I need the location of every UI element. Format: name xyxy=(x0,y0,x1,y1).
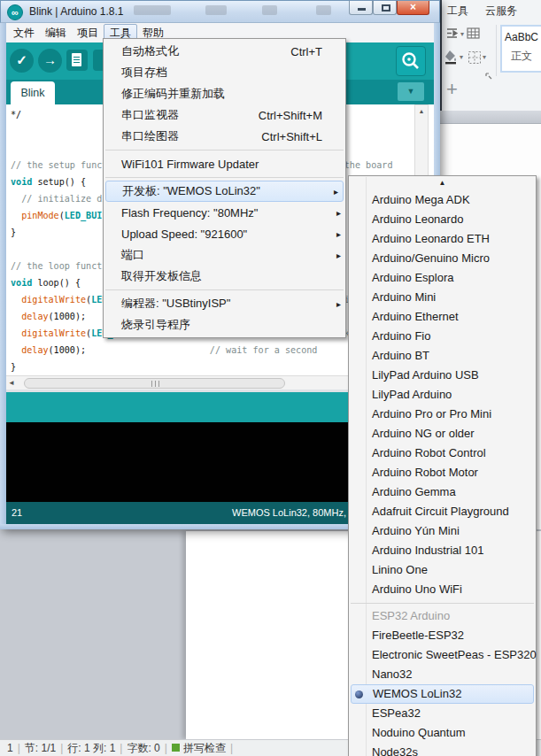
board-menu-item[interactable]: Arduino Ethernet xyxy=(349,307,536,327)
doc-status-segment: 行: 1 列: 1 xyxy=(63,741,120,756)
maximize-button[interactable] xyxy=(373,1,397,15)
board-menu-item[interactable]: Node32s xyxy=(349,743,536,756)
window-title: Blink | Arduino 1.8.1 xyxy=(29,5,124,18)
style-preview[interactable]: AaBbC 正文 xyxy=(500,25,541,73)
ribbon-tab-cloud[interactable]: 云服务 xyxy=(485,4,517,19)
board-menu-item[interactable]: Arduino BT xyxy=(349,346,536,366)
tools-menu-item[interactable]: 取得开发板信息 xyxy=(104,266,345,287)
table-icon[interactable] xyxy=(467,27,481,43)
menu-item-label: 串口绘图器 xyxy=(121,128,179,144)
menubar-item[interactable]: 编辑 xyxy=(40,24,72,42)
board-name-label: Arduino Industrial 101 xyxy=(372,544,483,557)
board-menu-item[interactable]: Arduino Yún Mini xyxy=(349,521,536,541)
upload-button[interactable]: → xyxy=(38,49,62,73)
tools-menu-item[interactable]: 串口监视器Ctrl+Shift+M xyxy=(104,104,345,126)
minimize-icon xyxy=(358,8,366,11)
board-menu-item[interactable]: Arduino Robot Control xyxy=(349,444,536,463)
board-menu-item[interactable]: Arduino Robot Motor xyxy=(349,463,536,482)
menu-item-label: 串口监视器 xyxy=(121,107,179,123)
new-sketch-button[interactable] xyxy=(66,50,88,71)
tools-menu-item[interactable]: Flash Frequency: "80MHz"▸ xyxy=(104,202,345,223)
menu-separator xyxy=(349,599,536,606)
verify-button[interactable]: ✓ xyxy=(10,49,34,73)
borders-icon[interactable] xyxy=(468,50,482,68)
indent-icon[interactable] xyxy=(445,27,459,43)
board-submenu: ▲ Arduino Mega ADKArduino LeonardoArduin… xyxy=(348,175,537,756)
board-menu-item[interactable]: WEMOS LoLin32 xyxy=(351,684,534,704)
board-menu-item[interactable]: Arduino Uno WiFi xyxy=(349,580,536,599)
board-name-label: Arduino Esplora xyxy=(372,271,454,284)
submenu-arrow-icon: ▸ xyxy=(336,299,341,309)
board-menu-item[interactable]: LilyPad Arduino xyxy=(349,385,536,405)
tools-menu-item[interactable]: 烧录引导程序 xyxy=(104,314,345,336)
board-name-label: Node32s xyxy=(372,745,418,756)
minimize-button[interactable] xyxy=(349,1,373,15)
menu-item-label: 编程器: "USBtinyISP" xyxy=(121,296,230,312)
spellcheck-toggle[interactable]: 拼写检查 xyxy=(167,741,230,756)
chevron-down-icon[interactable]: ▾ xyxy=(483,53,486,61)
board-menu-item[interactable]: LilyPad Arduino USB xyxy=(349,366,536,385)
style-name-label: 正文 xyxy=(502,49,541,64)
tab-menu-button[interactable]: ▼ xyxy=(398,82,424,101)
board-menu-item[interactable]: Arduino Pro or Pro Mini xyxy=(349,405,536,424)
tools-menu-item[interactable]: 编程器: "USBtinyISP"▸ xyxy=(104,293,345,314)
plus-icon[interactable]: + xyxy=(446,78,458,101)
dialog-expander-icon[interactable] xyxy=(485,67,492,83)
status-divider: | xyxy=(230,742,233,754)
board-menu-item[interactable]: Arduino Gemma xyxy=(349,482,536,502)
menu-item-label: 取得开发板信息 xyxy=(121,268,202,284)
tools-menu-item[interactable]: 项目存档 xyxy=(104,62,345,83)
chevron-down-icon[interactable]: ▾ xyxy=(460,30,464,38)
board-menu-item[interactable]: Arduino/Genuino Micro xyxy=(349,249,536,268)
scrollbar-thumb[interactable] xyxy=(24,378,285,389)
board-menu-item[interactable]: Nano32 xyxy=(349,665,536,684)
board-menu-item[interactable]: Arduino Leonardo xyxy=(349,210,536,229)
board-menu-item[interactable]: Arduino Fio xyxy=(349,327,536,346)
title-bar[interactable]: ∞ Blink | Arduino 1.8.1 × xyxy=(0,0,440,23)
maximize-icon xyxy=(382,4,390,12)
radio-dot-icon xyxy=(355,690,363,698)
board-name-label: Arduino Leonardo xyxy=(372,212,463,226)
board-name-label: Electronic SweetPeas - ESP320 xyxy=(372,648,537,661)
board-menu-item[interactable]: Arduino NG or older xyxy=(349,424,536,444)
fill-color-icon[interactable] xyxy=(444,49,459,68)
menu-item-label: 自动格式化 xyxy=(121,43,179,59)
tools-menu-item[interactable]: 自动格式化Ctrl+T xyxy=(104,41,345,62)
document-icon xyxy=(72,53,81,66)
tools-menu-item[interactable]: WiFi101 Firmware Updater xyxy=(104,153,345,174)
board-name-label: Nano32 xyxy=(372,667,413,681)
submenu-scroll-up[interactable]: ▲ xyxy=(349,176,536,190)
serial-monitor-button[interactable] xyxy=(396,46,426,76)
menubar-item[interactable]: 文件 xyxy=(8,24,40,42)
close-button[interactable]: × xyxy=(397,1,429,15)
ribbon-tab-tools[interactable]: 工具 xyxy=(447,4,468,19)
board-name-label: LilyPad Arduino USB xyxy=(372,368,479,382)
board-menu-item[interactable]: Arduino Mega ADK xyxy=(349,190,536,210)
board-menu-item[interactable]: Electronic SweetPeas - ESP320 xyxy=(349,645,536,665)
ribbon-bottom-band xyxy=(440,111,541,124)
board-menu-item[interactable]: Arduino Industrial 101 xyxy=(349,541,536,560)
chevron-down-icon[interactable]: ▾ xyxy=(460,53,463,61)
board-menu-item[interactable]: Arduino Esplora xyxy=(349,268,536,288)
board-name-label: Linino One xyxy=(372,563,428,576)
window-frame-left xyxy=(0,23,6,529)
board-menu-item[interactable]: FireBeetle-ESP32 xyxy=(349,626,536,645)
board-menu-item[interactable]: Adafruit Circuit Playground xyxy=(349,502,536,521)
board-menu-item[interactable]: Arduino Mini xyxy=(349,288,536,307)
grip-icon xyxy=(151,381,159,387)
tools-menu-item[interactable]: Upload Speed: "921600"▸ xyxy=(104,223,345,244)
tools-menu-item[interactable]: 修正编码并重新加载 xyxy=(104,83,345,104)
menu-item-label: Upload Speed: "921600" xyxy=(121,228,247,241)
board-name-label: Arduino NG or older xyxy=(372,427,475,440)
tools-menu-item[interactable]: 开发板: "WEMOS LoLin32"▸ xyxy=(105,181,344,202)
board-menu-item[interactable]: Arduino Leonardo ETH xyxy=(349,229,536,249)
board-menu-item[interactable]: Linino One xyxy=(349,560,536,580)
board-info-label: WEMOS LoLin32, 80MHz, xyxy=(232,507,346,518)
magnifier-icon xyxy=(397,47,425,75)
menubar-item[interactable]: 项目 xyxy=(72,24,104,42)
tab-blink[interactable]: Blink xyxy=(11,81,55,104)
tools-menu-item[interactable]: 端口▸ xyxy=(104,244,345,266)
tools-menu-item[interactable]: 串口绘图器Ctrl+Shift+L xyxy=(104,126,345,147)
board-menu-item[interactable]: ESPea32 xyxy=(349,704,536,723)
board-menu-item[interactable]: Noduino Quantum xyxy=(349,723,536,743)
